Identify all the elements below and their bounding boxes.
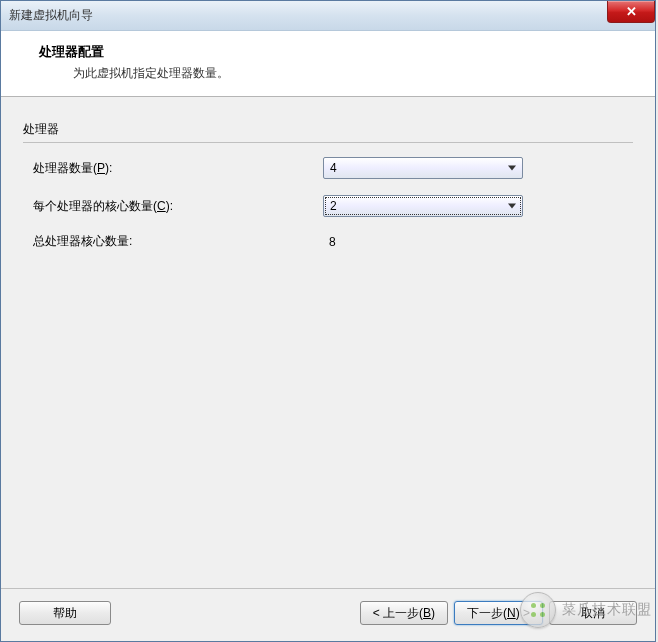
fieldset-legend: 处理器 — [23, 121, 633, 138]
wizard-header: 处理器配置 为此虚拟机指定处理器数量。 — [1, 31, 655, 97]
back-button[interactable]: < 上一步(B) — [360, 601, 448, 625]
chevron-down-icon — [508, 204, 516, 209]
close-icon: ✕ — [626, 4, 637, 19]
window-title: 新建虚拟机向导 — [9, 7, 93, 24]
help-button[interactable]: 帮助 — [19, 601, 111, 625]
titlebar: 新建虚拟机向导 ✕ — [1, 1, 655, 31]
processor-fieldset: 处理器 处理器数量(P): 4 每个处理器的核心数量(C): 2 — [23, 121, 633, 262]
processor-count-row: 处理器数量(P): 4 — [23, 153, 633, 191]
cores-per-processor-value: 2 — [330, 199, 337, 213]
cancel-button[interactable]: 取消 — [549, 601, 637, 625]
next-button[interactable]: 下一步(N) > — [454, 601, 543, 625]
processor-count-value: 4 — [330, 161, 337, 175]
cores-per-processor-label: 每个处理器的核心数量(C): — [33, 198, 323, 215]
cores-per-processor-row: 每个处理器的核心数量(C): 2 — [23, 191, 633, 229]
page-title: 处理器配置 — [1, 43, 655, 61]
wizard-window: 新建虚拟机向导 ✕ 处理器配置 为此虚拟机指定处理器数量。 处理器 处理器数量(… — [0, 0, 656, 642]
processor-count-dropdown[interactable]: 4 — [323, 157, 523, 179]
wizard-footer: 帮助 < 上一步(B) 下一步(N) > 取消 — [1, 588, 655, 641]
total-cores-label: 总处理器核心数量: — [33, 233, 323, 250]
total-cores-row: 总处理器核心数量: 8 — [23, 229, 633, 262]
cores-per-processor-dropdown[interactable]: 2 — [323, 195, 523, 217]
close-button[interactable]: ✕ — [607, 1, 655, 23]
chevron-down-icon — [508, 166, 516, 171]
processor-count-label: 处理器数量(P): — [33, 160, 323, 177]
fieldset-divider — [23, 142, 633, 143]
page-subtitle: 为此虚拟机指定处理器数量。 — [1, 65, 655, 82]
total-cores-value: 8 — [323, 235, 336, 249]
content-area: 处理器 处理器数量(P): 4 每个处理器的核心数量(C): 2 — [1, 97, 655, 588]
